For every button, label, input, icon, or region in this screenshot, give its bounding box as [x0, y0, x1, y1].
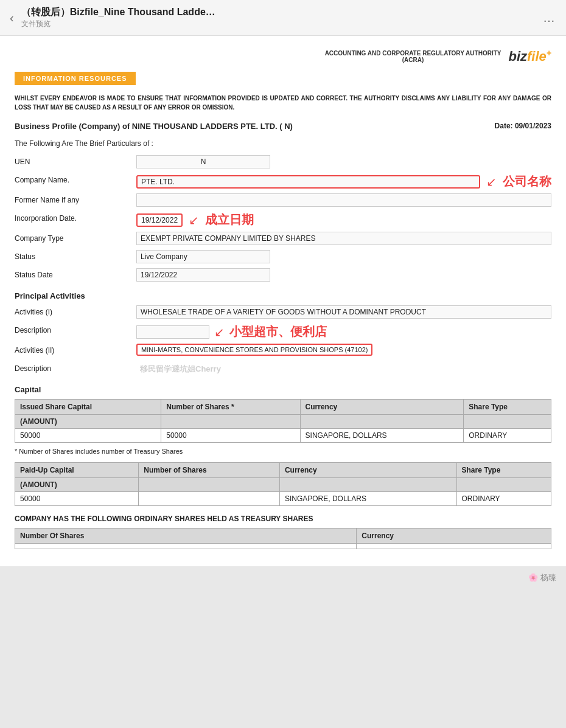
document-subtitle: 文件预览 [21, 19, 215, 29]
paidup-capital-table: Paid-Up Capital Number of Shares Currenc… [15, 462, 551, 506]
info-banner-text: INFORMATION RESOURCES [15, 72, 136, 85]
treasury-shares-value [15, 544, 357, 549]
acra-authority-text: ACCOUNTING AND CORPORATE REGULATORY AUTH… [325, 50, 501, 63]
former-name-label: Former Name if any [15, 193, 136, 207]
uen-value: N [136, 155, 270, 168]
uen-row: UEN N [15, 155, 551, 171]
more-options-button[interactable]: … [543, 11, 556, 25]
date-value: 09/01/2023 [515, 122, 551, 130]
paidup-col-header-3: Share Type [456, 463, 551, 478]
annotation-arrow-company: ↙ [486, 175, 497, 189]
annotation-desc-cn: 小型超市、便利店 [229, 324, 327, 340]
issued-data-amount: 50000 [15, 429, 161, 443]
issued-data-type: ORDINARY [464, 429, 551, 443]
file-text: file [527, 49, 547, 64]
description-2-label: Description [15, 362, 136, 375]
activities-2-row: Activities (II) MINI-MARTS, CONVENIENCE … [15, 344, 551, 359]
treasury-col-header-0: Number Of Shares [15, 529, 357, 544]
date-label: Date: [495, 122, 513, 130]
description-2-row: Description 移民留学避坑姐Cherry [15, 362, 551, 378]
paidup-data-currency: SINGAPORE, DOLLARS [279, 492, 456, 506]
paidup-amount-cell: (AMOUNT) [15, 478, 139, 492]
bottom-bar: 🌸 杨臻 [0, 566, 566, 589]
status-value: Live Company [136, 250, 270, 263]
uen-label: UEN [15, 155, 136, 168]
issued-amount-currency [300, 415, 464, 429]
document-container: ACCOUNTING AND CORPORATE REGULATORY AUTH… [0, 36, 566, 566]
company-name-label: Company Name. [15, 173, 136, 187]
company-name-value: PTE. LTD. [136, 175, 480, 189]
back-button[interactable]: ‹ [10, 11, 14, 25]
paidup-data-row: 50000 SINGAPORE, DOLLARS ORDINARY [15, 492, 551, 506]
treasury-table: Number Of Shares Currency [15, 528, 551, 549]
description-1-value [136, 325, 209, 339]
bizfile-logo: bizfile+ [508, 48, 551, 64]
acra-header: ACCOUNTING AND CORPORATE REGULATORY AUTH… [15, 48, 551, 64]
profile-title-row: Business Profile (Company) of NINE THOUS… [15, 122, 551, 131]
issued-data-row: 50000 50000 SINGAPORE, DOLLARS ORDINARY [15, 429, 551, 443]
issued-data-shares: 50000 [161, 429, 300, 443]
issued-amount-type [464, 415, 551, 429]
activities-2-label: Activities (II) [15, 344, 136, 357]
plus-text: + [547, 48, 551, 58]
issued-col-header-3: Share Type [464, 400, 551, 415]
former-name-value [136, 193, 551, 207]
capital-header: Capital [15, 385, 551, 394]
disclaimer-text: WHILST EVERY ENDEAVOR IS MADE TO ENSURE … [15, 94, 551, 112]
treasury-currency-value [357, 544, 551, 549]
company-name-row: Company Name. PTE. LTD. ↙ 公司名称 [15, 173, 551, 190]
paidup-data-shares [139, 492, 280, 506]
top-navigation: ‹ （转股后）Bizfile_Nine Thousand Ladde… 文件预览… [0, 0, 566, 36]
paidup-amount-row: (AMOUNT) [15, 478, 551, 492]
issued-col-header-0: Issued Share Capital [15, 400, 161, 415]
paidup-col-header-1: Number of Shares [139, 463, 280, 478]
treasury-note: * Number of Shares includes number of Tr… [15, 448, 551, 455]
status-date-row: Status Date 19/12/2022 [15, 268, 551, 284]
activities-1-label: Activities (I) [15, 305, 136, 319]
company-type-value: EXEMPT PRIVATE COMPANY LIMITED BY SHARES [136, 232, 551, 245]
treasury-data-row [15, 544, 551, 549]
description-1-label: Description [15, 324, 136, 337]
activities-1-row: Activities (I) WHOLESALE TRADE OF A VARI… [15, 305, 551, 321]
info-banner: INFORMATION RESOURCES [15, 72, 551, 94]
issued-amount-shares [161, 415, 300, 429]
activities-2-value: MINI-MARTS, CONVENIENCE STORES AND PROVI… [136, 344, 372, 356]
nav-left: ‹ （转股后）Bizfile_Nine Thousand Ladde… 文件预览 [10, 6, 215, 29]
paidup-amount-type [456, 478, 551, 492]
description-2-value: 移民留学避坑姐Cherry [136, 362, 551, 376]
description-1-row: Description ↙ 小型超市、便利店 [15, 324, 551, 340]
annotation-company-cn: 公司名称 [503, 173, 551, 190]
document-title: （转股后）Bizfile_Nine Thousand Ladde… [21, 6, 215, 19]
paidup-amount-currency [279, 478, 456, 492]
issued-share-capital-table: Issued Share Capital Number of Shares * … [15, 399, 551, 443]
status-date-label: Status Date [15, 268, 136, 282]
annotation-arrow-desc: ↙ [214, 325, 225, 339]
activities-1-value: WHOLESALE TRADE OF A VARIETY OF GOODS WI… [136, 305, 551, 319]
nav-title-group: （转股后）Bizfile_Nine Thousand Ladde… 文件预览 [21, 6, 215, 29]
issued-col-header-2: Currency [300, 400, 464, 415]
cherry-watermark: 🌸 杨臻 [528, 572, 556, 583]
issued-data-currency: SINGAPORE, DOLLARS [300, 429, 464, 443]
principal-activities-header: Principal Activities [15, 291, 551, 300]
paidup-amount-shares [139, 478, 280, 492]
biz-text: biz [508, 49, 527, 64]
company-type-row: Company Type EXEMPT PRIVATE COMPANY LIMI… [15, 232, 551, 248]
annotation-date-cn: 成立日期 [205, 212, 254, 228]
paidup-col-header-0: Paid-Up Capital [15, 463, 139, 478]
profile-date: Date: 09/01/2023 [495, 122, 551, 130]
profile-title-text: Business Profile (Company) of NINE THOUS… [15, 122, 293, 131]
incorporation-row: Incorporation Date. 19/12/2022 ↙ 成立日期 [15, 212, 551, 228]
status-date-value: 19/12/2022 [136, 268, 270, 282]
annotation-arrow-date: ↙ [189, 213, 199, 227]
incorporation-label: Incorporation Date. [15, 212, 136, 225]
brief-particulars-label: The Following Are The Brief Particulars … [15, 139, 551, 148]
treasury-shares-header: COMPANY HAS THE FOLLOWING ORDINARY SHARE… [15, 515, 551, 523]
issued-col-header-1: Number of Shares * [161, 400, 300, 415]
treasury-col-header-1: Currency [357, 529, 551, 544]
former-name-row: Former Name if any [15, 193, 551, 209]
issued-amount-cell: (AMOUNT) [15, 415, 161, 429]
status-label: Status [15, 250, 136, 263]
status-row: Status Live Company [15, 250, 551, 266]
company-type-label: Company Type [15, 232, 136, 245]
incorporation-value: 19/12/2022 [136, 213, 183, 227]
